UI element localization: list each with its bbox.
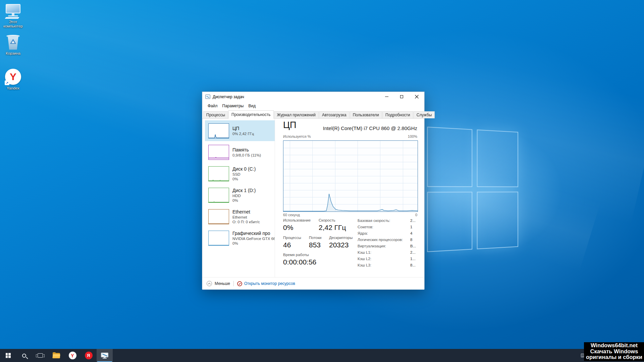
sidebar-item-disk0[interactable]: Диск 0 (C:) SSD 0% [205,163,275,184]
desktop-icon-this-pc[interactable]: Этот компьютер [0,4,26,28]
stat-value-usage: 0% [283,224,293,232]
open-resource-monitor-link[interactable]: Открыть монитор ресурсов [237,281,295,286]
windows-logo-pane [477,192,518,249]
minimize-icon [385,97,388,97]
sidebar-item-sub: 0% 2,42 ГГц [232,131,254,136]
disk1-sparkline [208,188,229,203]
tab-app-history[interactable]: Журнал приложений [274,111,319,118]
stat-label-threads: Потоки [309,236,321,240]
tab-details[interactable]: Подробности [382,111,413,118]
tab-services[interactable]: Службы [414,111,435,118]
sidebar-item-title: Память [232,147,261,153]
chevron-up-circle-icon [207,281,212,286]
taskbar: Y Я [0,349,644,362]
shortcut-arrow-icon: ↗ [5,80,9,85]
sidebar-item-sub: 0,9/8,0 ГБ (11%) [232,153,261,158]
rstat-label-base-speed: Базовая скорость: [358,219,390,223]
sidebar-item-cpu[interactable]: ЦП 0% 2,42 ГГц [205,120,275,141]
footer-separator [233,281,234,286]
yandex-browser-button[interactable]: Y [64,349,80,362]
stat-value-speed: 2,42 ГГц [319,224,346,232]
chart-usage-label: Используется % [283,134,311,138]
stat-label-processes: Процессы [283,236,301,240]
gpu-sparkline [208,231,229,246]
stat-label-uptime: Время работы [283,253,309,257]
sidebar-item-title: Диск 0 (C:) [232,166,256,172]
menu-bar: Файл Параметры Вид [202,102,424,110]
stat-value-processes: 46 [283,241,291,249]
rstat-label-virtualization: Виртуализация: [358,244,386,248]
title-bar[interactable]: Диспетчер задач [202,92,424,102]
performance-content: ЦП 0% 2,42 ГГц Память 0,9/8,0 ГБ (11%) Д… [202,119,424,277]
search-icon [22,354,26,358]
sidebar-item-disk1[interactable]: Диск 1 (D:) HDD 0% [205,185,275,205]
close-button[interactable] [409,92,424,102]
watermark-line: оригиналы и сборки [586,354,642,360]
menu-file[interactable]: Файл [205,102,220,110]
rstat-value-logical: 8 [410,238,412,242]
sidebar-item-sub: 0% [232,241,275,246]
fewer-details-button[interactable]: Меньше [207,281,230,286]
rstat-value-base-speed: 2... [410,219,416,223]
disk0-sparkline [208,166,229,181]
rstat-label-cores: Ядра: [358,231,368,235]
folder-icon [53,353,60,358]
task-view-button[interactable] [32,349,48,362]
tab-users[interactable]: Пользователи [350,111,382,118]
tab-performance[interactable]: Производительность [228,110,273,119]
close-icon [415,95,419,99]
sidebar-item-sub: NVIDIA GeForce GTX 660 [232,236,275,241]
cpu-usage-chart [283,140,418,212]
memory-sparkline [208,145,229,160]
window-title: Диспетчер задач [213,95,244,99]
sidebar-item-memory[interactable]: Память 0,9/8,0 ГБ (11%) [205,142,275,163]
sidebar-item-ethernet[interactable]: Ethernet Ethernet О: 0 П: 0 кбит/с [205,206,275,227]
yandex-app-icon: Я [85,352,93,359]
sidebar-item-title: Ethernet [232,209,260,215]
stat-label-handles: Дескрипторы [329,236,353,240]
chart-xaxis-left: 60 секунд [283,213,300,217]
rstat-value-l3: 8... [410,263,416,267]
desktop-icon-yandex[interactable]: Y ↗ Yandex [0,68,26,90]
rstat-label-l1: Кэш L1: [358,250,371,254]
rstat-label-l2: Кэш L2: [358,257,371,261]
windows-logo-pane [427,127,472,187]
task-manager-app-icon [205,95,210,99]
start-button[interactable] [0,349,16,362]
resource-monitor-label: Открыть монитор ресурсов [244,281,295,286]
stat-value-uptime: 0:00:00:56 [283,258,316,266]
sidebar-item-gpu[interactable]: Графический про NVIDIA GeForce GTX 660 0… [205,228,275,248]
rstat-label-sockets: Сокетов: [358,225,373,229]
windows-start-icon [6,353,11,358]
file-explorer-button[interactable] [48,349,64,362]
sidebar-item-sub: О: 0 П: 0 кбит/с [232,220,260,224]
task-manager-taskbar-button[interactable] [97,349,113,362]
chart-xaxis-right: 0 [415,213,417,217]
sidebar-item-title: Диск 1 (D:) [232,188,256,193]
yandex-icon: Y ↗ [5,68,21,85]
windows-logo [427,127,518,252]
maximize-button[interactable] [394,92,409,102]
desktop-icon-label: Корзина [0,51,26,56]
yandex-app-button[interactable]: Я [80,349,97,362]
sidebar-item-sub: HDD [232,193,256,198]
minimize-button[interactable] [379,92,394,102]
this-pc-icon [5,4,21,19]
sidebar-item-sub: SSD [232,172,256,177]
taskbar-search-button[interactable] [16,349,32,362]
menu-options[interactable]: Параметры [220,102,246,110]
rstat-value-virtualization: В... [410,244,416,248]
watermark-line: Windows64bit.net [586,343,642,349]
yandex-browser-icon: Y [69,352,76,359]
cpu-model-name: Intel(R) Core(TM) i7 CPU 860 @ 2.80GHz [323,125,417,131]
stat-value-handles: 20323 [329,241,348,249]
cpu-sparkline [208,123,229,138]
sidebar-separator [275,119,275,277]
window-footer: Меньше Открыть монитор ресурсов [202,277,424,290]
stat-label-speed: Скорость [319,218,335,222]
desktop-icon-recycle-bin[interactable]: Корзина [0,34,26,56]
menu-view[interactable]: Вид [246,102,258,110]
rstat-label-logical: Логических процессоров: [358,238,403,242]
tab-startup[interactable]: Автозагрузка [319,111,350,118]
tab-processes[interactable]: Процессы [203,111,228,118]
